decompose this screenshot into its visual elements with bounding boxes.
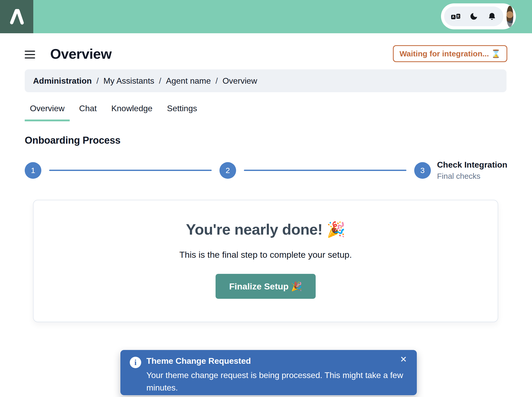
finalize-setup-card: You're nearly done! 🎉 This is the final … [33,200,498,322]
onboarding-heading: Onboarding Process [25,135,507,146]
main-content: Overview Waiting for integration... ⌛ Ad… [0,45,532,322]
dark-mode-moon-icon[interactable] [469,12,478,21]
card-subtext: This is the final step to complete your … [44,250,487,260]
toast-content: Theme Change Requested Your theme change… [146,356,404,394]
breadcrumb-separator: / [96,76,99,86]
breadcrumb-my-assistants[interactable]: My Assistants [103,76,154,86]
translate-icon-glyphs: A 文 [451,14,460,19]
toast-title: Theme Change Requested [146,356,404,366]
hamburger-bar [25,54,35,55]
tab-settings[interactable]: Settings [162,104,202,121]
close-icon[interactable]: ✕ [400,355,407,363]
step-connector-line [49,170,212,171]
finalize-setup-button[interactable]: Finalize Setup 🎉 [216,274,315,299]
tab-knowledge[interactable]: Knowledge [106,104,158,121]
tab-overview[interactable]: Overview [25,104,70,121]
bell-icon [488,12,496,21]
tab-bar: Overview Chat Knowledge Settings [25,104,507,121]
notifications-bell-icon[interactable] [487,12,497,21]
step-1-circle: 1 [25,162,41,179]
step-connector-line [244,170,406,171]
hamburger-bar [25,51,35,52]
breadcrumb-overview[interactable]: Overview [223,76,257,86]
breadcrumb-separator: / [216,76,218,86]
step-3-title: Check Integration [437,160,507,170]
onboarding-stepper: 1 2 3 Check Integration Final checks [25,160,507,181]
card-heading: You're nearly done! 🎉 [44,221,487,238]
breadcrumb: Administration / My Assistants / Agent n… [25,69,507,92]
translate-icon[interactable]: A 文 [451,12,460,21]
hamburger-menu-icon[interactable] [25,51,35,58]
translate-a-glyph: A [451,15,456,19]
breadcrumb-agent-name[interactable]: Agent name [166,76,211,86]
hamburger-bar [25,57,35,58]
app-logo[interactable] [0,0,33,33]
breadcrumb-separator: / [159,76,161,86]
step-2-circle: 2 [219,162,236,179]
user-avatar[interactable] [507,6,513,27]
info-icon: i [130,357,141,368]
toast-message: Your theme change request is being proce… [146,369,404,394]
header-icon-group: A 文 [444,6,503,26]
page-title-row: Overview Waiting for integration... ⌛ [25,45,507,62]
step-3-circle: 3 [414,162,431,179]
theme-change-toast: i Theme Change Requested Your theme chan… [120,350,417,395]
breadcrumb-administration[interactable]: Administration [33,76,92,86]
page-title: Overview [50,46,112,62]
moon-icon [469,12,478,21]
header-actions-pill: A 文 [441,3,516,29]
integration-status-badge[interactable]: Waiting for integration... ⌛ [393,45,507,62]
step-3-group: 3 Check Integration Final checks [414,160,507,181]
step-3-subtitle: Final checks [437,172,507,181]
lambda-logo-icon [7,7,26,27]
step-3-labels: Check Integration Final checks [437,160,507,181]
tab-chat[interactable]: Chat [74,104,102,121]
translate-char-glyph: 文 [456,14,460,19]
